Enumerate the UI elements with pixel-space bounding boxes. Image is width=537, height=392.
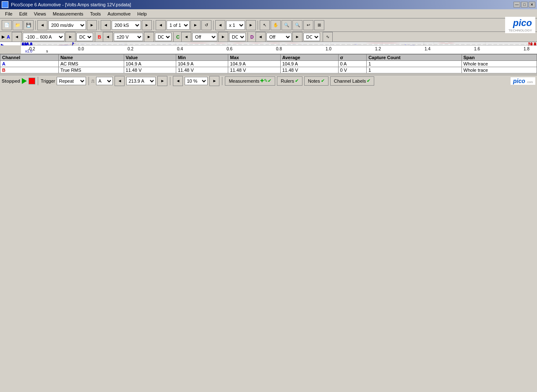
channel-labels-button[interactable]: Channel Labels ✔ [330,76,374,86]
notes-button[interactable]: Notes ✔ [304,76,328,86]
ch-c-prev-button[interactable]: ◄ [181,32,191,42]
next-zoom-button[interactable]: ► [246,20,256,30]
trigger-edge: ⎍ [91,78,94,84]
menu-item-help[interactable]: Help [134,10,150,17]
next-timebase-button[interactable]: ► [87,20,97,30]
next-samples-button[interactable]: ► [142,20,152,30]
td-b-channel: B [0,67,59,73]
close-button[interactable]: ✕ [529,2,535,8]
td-a-span: Whole trace [461,61,537,67]
chart-svg [21,42,537,45]
rulers-button[interactable]: Rulers ✔ [277,76,302,86]
zoom-select[interactable]: x 1 [226,21,245,30]
rulers-label: Rulers [281,78,294,84]
zoom-status-select[interactable]: 10 % [185,77,208,85]
ch-a-range-select[interactable]: -100 .. 600 A [23,33,65,41]
separator-ch1 [95,32,95,42]
menu-item-measurements[interactable]: Measurements [50,10,87,17]
ch-d-prev-button[interactable]: ◄ [255,32,266,42]
chart-wrapper: ▶ A x1.0 [0,42,537,54]
zoom-fit-button[interactable]: ↩ [303,20,313,30]
th-min: Min [176,55,228,61]
td-b-avg: 11.48 V [280,67,338,73]
table-row-a: A AC RMS 104.9 A 104.9 A 104.9 A 104.9 A… [0,61,537,67]
zoom-custom-button[interactable]: ⊞ [314,20,324,30]
ch-b-label: B [97,34,102,39]
ch-c-coupling-select[interactable]: DC [229,33,246,41]
maximize-button[interactable]: □ [521,2,528,8]
next-zoom-status-button[interactable]: ► [209,76,219,86]
trigger-channel-select[interactable]: A [96,77,113,85]
ch-b-range-select[interactable]: ±20 V [114,33,143,41]
save-button[interactable]: 💾 [23,20,34,30]
ch-b-prev-button[interactable]: ◄ [103,32,113,42]
ch-a-coupling-select[interactable]: DC [76,33,93,41]
ch-c-mode-select[interactable]: Off [192,33,217,41]
measurement-value-select[interactable]: 213.9 A [126,77,156,85]
titlebar-controls[interactable]: — □ ✕ [514,2,535,8]
toolbar: 📄 📁 💾 ◄ 200 ms/div ► ◄ 200 kS ► ◄ 1 of 1… [0,18,537,32]
xaxis: -0.2 0.0 0.2 0.4 0.6 0.8 1.0 1.2 1.4 1.6… [21,45,537,54]
x-label-10: 1.0 [318,47,339,51]
trigger-mode-select[interactable]: Repeat [57,77,86,85]
ch-d-mode-select[interactable]: Off [266,33,292,41]
prev-zoom-status-button[interactable]: ◄ [173,76,183,86]
math-button[interactable]: ∿ [323,32,333,42]
menu-item-file[interactable]: File [2,10,16,17]
cursor-button[interactable]: ↖ [260,20,270,30]
menu-item-views[interactable]: Views [31,10,50,17]
pico-tagline: TECHNOLOGY [508,29,532,32]
drag-button[interactable]: ✋ [271,20,281,30]
play-button[interactable] [22,78,27,84]
prev-samples-button[interactable]: ◄ [101,20,111,30]
td-a-max: 104.9 A [228,61,280,67]
menubar: FileEditViewsMeasurementsToolsAutomotive… [0,9,537,18]
status-logo: pico .com [511,77,535,85]
td-a-name: AC RMS [58,61,124,67]
new-button[interactable]: 📄 [2,20,12,30]
ch-b-coupling-select[interactable]: DC [155,33,172,41]
prev-capture-button[interactable]: ◄ [156,20,166,30]
ch-d-coupling-select[interactable]: DC [303,33,320,41]
measurements-button[interactable]: Measurements ✚ ✎ ✔ [225,76,275,86]
yaxis-left: ▶ A x1.0 [0,42,21,45]
ch-a-prev-button[interactable]: ◄ [12,32,22,42]
pico-logo-area: pico TECHNOLOGY [505,17,535,33]
ch-c-next-button[interactable]: ► [218,32,228,42]
prev-timebase-button[interactable]: ◄ [37,20,47,30]
capture-refresh-button[interactable]: ↺ [201,20,211,30]
td-b-name: True RMS [58,67,124,73]
separator-ch2 [173,32,174,42]
chart-area[interactable]: 600.0 530.0 460.0 390.0 320.0 250.0 180.… [21,42,537,45]
ch-b-next-button[interactable]: ► [144,32,154,42]
ch-d-next-button[interactable]: ► [292,32,302,42]
channel-labels-icon: ✔ [367,78,370,84]
measurements-check-icon: ✔ [268,78,271,84]
x-label-06: 0.6 [219,47,240,51]
playback-controls[interactable] [22,78,35,84]
ch-a-next-button[interactable]: ► [65,32,76,42]
next-capture-button[interactable]: ► [190,20,201,30]
zoom-out-button[interactable]: 🔍 [292,20,302,30]
menu-item-automotive[interactable]: Automotive [104,10,134,17]
capture-select[interactable]: 1 of 1 [167,21,190,30]
table-row-b: B True RMS 11.48 V 11.48 V 11.48 V 11.48… [0,67,537,73]
x-label-02: 0.2 [120,47,141,51]
zoom-in-button[interactable]: 🔍 [282,20,292,30]
open-button[interactable]: 📁 [13,20,23,30]
menu-item-edit[interactable]: Edit [16,10,31,17]
samples-select[interactable]: 200 kS [112,21,141,30]
minimize-button[interactable]: — [514,2,520,8]
prev-measurement-button[interactable]: ◄ [115,76,125,86]
prev-zoom-button[interactable]: ◄ [215,20,225,30]
td-b-max: 11.48 V [228,67,280,73]
td-b-value: 11.48 V [124,67,176,73]
next-measurement-button[interactable]: ► [157,76,167,86]
status-sep-1 [38,77,38,85]
app-icon [2,1,8,8]
td-b-count: 1 [367,67,461,73]
menu-item-tools[interactable]: Tools [87,10,104,17]
x-label-0: 0.0 [70,47,91,51]
timebase-select[interactable]: 200 ms/div [48,21,86,30]
stop-button[interactable] [29,78,35,84]
